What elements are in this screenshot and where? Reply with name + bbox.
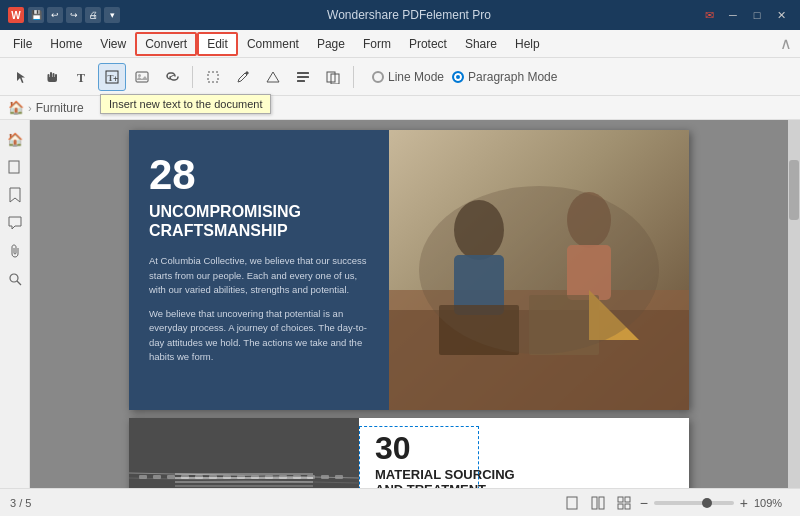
zoom-slider[interactable] [654, 501, 734, 505]
quick-access-toolbar: 💾 ↩ ↪ 🖨 ▾ [28, 7, 120, 23]
shape-btn[interactable] [259, 63, 287, 91]
zoom-level: 109% [754, 497, 790, 509]
content-btn[interactable] [289, 63, 317, 91]
svg-rect-42 [223, 475, 231, 479]
svg-rect-19 [9, 161, 19, 173]
menu-help[interactable]: Help [506, 33, 549, 55]
svg-rect-37 [153, 475, 161, 479]
page1-body: At Columbia Collective, we believe that … [149, 254, 369, 364]
grid-view-btn[interactable] [614, 493, 634, 513]
toolbar-tooltip: Insert new text to the document [100, 94, 271, 114]
page1-para1: At Columbia Collective, we believe that … [149, 254, 369, 297]
page1-title: UNCOMPROMISINGCRAFTSMANSHIP [149, 202, 369, 240]
svg-rect-16 [297, 80, 305, 82]
menu-page[interactable]: Page [308, 33, 354, 55]
paragraph-mode-label[interactable]: Paragraph Mode [452, 70, 557, 84]
window-controls: ✉ ─ □ ✕ [698, 4, 792, 26]
svg-rect-48 [307, 475, 315, 479]
redo-icon[interactable]: ↪ [66, 7, 82, 23]
right-scrollbar[interactable] [788, 120, 800, 488]
line-mode-radio[interactable] [372, 71, 384, 83]
menu-bar-right: ∧ [776, 34, 796, 53]
zoom-plus-btn[interactable]: + [740, 495, 748, 511]
svg-rect-51 [567, 497, 577, 509]
link-btn[interactable] [158, 63, 186, 91]
menu-comment[interactable]: Comment [238, 33, 308, 55]
main-area: 🏠 28 UNCOMPROMISINGCRAFTSMANSHIP At Colu… [0, 120, 800, 488]
menu-bar: File Home View Convert Edit Comment Page… [0, 30, 800, 58]
crop-btn[interactable] [199, 63, 227, 91]
maximize-button[interactable]: □ [746, 4, 768, 26]
svg-rect-47 [293, 475, 301, 479]
menu-share[interactable]: Share [456, 33, 506, 55]
page1-para2: We believe that uncovering that potentia… [149, 307, 369, 364]
svg-rect-24 [389, 310, 689, 410]
svg-rect-45 [265, 475, 273, 479]
line-mode-label[interactable]: Line Mode [372, 70, 444, 84]
select-tool-btn[interactable] [8, 63, 36, 91]
app-title: Wondershare PDFelement Pro [120, 8, 698, 22]
image-btn[interactable] [128, 63, 156, 91]
page-info: 3 / 5 [10, 497, 31, 509]
paragraph-mode-text: Paragraph Mode [468, 70, 557, 84]
svg-point-20 [10, 274, 18, 282]
stitching-image [129, 418, 359, 488]
sidebar-search-icon[interactable] [4, 268, 26, 290]
svg-rect-29 [439, 305, 519, 355]
sidebar-attachment-icon[interactable] [4, 240, 26, 262]
page-area[interactable]: 28 UNCOMPROMISINGCRAFTSMANSHIP At Columb… [30, 120, 788, 488]
undo-icon[interactable]: ↩ [47, 7, 63, 23]
minimize-button[interactable]: ─ [722, 4, 744, 26]
svg-rect-54 [618, 497, 623, 502]
sidebar-pages-icon[interactable] [4, 156, 26, 178]
toolbar-mode: Line Mode Paragraph Mode [372, 70, 557, 84]
status-bar-left: 3 / 5 [10, 497, 31, 509]
insert-text-btn[interactable]: T + [98, 63, 126, 91]
status-bar-right: − + 109% [562, 493, 790, 513]
sidebar-comment-icon[interactable] [4, 212, 26, 234]
close-button[interactable]: ✕ [770, 4, 792, 26]
double-page-view-btn[interactable] [588, 493, 608, 513]
edit2-btn[interactable] [229, 63, 257, 91]
dropdown-icon[interactable]: ▾ [104, 7, 120, 23]
svg-rect-52 [592, 497, 597, 509]
print-icon[interactable]: 🖨 [85, 7, 101, 23]
craftspeople-image [389, 130, 689, 410]
svg-rect-57 [625, 504, 630, 509]
svg-rect-26 [454, 255, 504, 315]
breadcrumb-separator: › [28, 102, 32, 114]
status-bar: 3 / 5 − + 109% [0, 488, 800, 516]
email-icon[interactable]: ✉ [698, 4, 720, 26]
menu-home[interactable]: Home [41, 33, 91, 55]
hand-tool-btn[interactable] [38, 63, 66, 91]
paragraph-mode-radio[interactable] [452, 71, 464, 83]
svg-rect-12 [208, 72, 218, 82]
zoom-minus-btn[interactable]: − [640, 495, 648, 511]
home-breadcrumb-icon[interactable]: 🏠 [8, 100, 24, 115]
menu-form[interactable]: Form [354, 33, 400, 55]
page1-right-panel [389, 130, 689, 410]
menu-view[interactable]: View [91, 33, 135, 55]
svg-rect-56 [618, 504, 623, 509]
svg-rect-53 [599, 497, 604, 509]
svg-rect-40 [195, 475, 203, 479]
collapse-icon[interactable]: ∧ [776, 34, 796, 53]
single-page-view-btn[interactable] [562, 493, 582, 513]
svg-line-11 [170, 75, 174, 77]
svg-rect-39 [181, 475, 189, 479]
menu-file[interactable]: File [4, 33, 41, 55]
svg-rect-15 [297, 76, 309, 78]
toolbar-sep2 [353, 66, 354, 88]
menu-convert[interactable]: Convert [135, 32, 197, 56]
sidebar-home-icon[interactable]: 🏠 [4, 128, 26, 150]
text-edit-btn[interactable]: T [68, 63, 96, 91]
scrollbar-thumb[interactable] [789, 160, 799, 220]
save-icon[interactable]: 💾 [28, 7, 44, 23]
menu-protect[interactable]: Protect [400, 33, 456, 55]
title-bar: W 💾 ↩ ↪ 🖨 ▾ Wondershare PDFelement Pro ✉… [0, 0, 800, 30]
svg-rect-41 [209, 475, 217, 479]
pages-btn[interactable] [319, 63, 347, 91]
zoom-slider-thumb[interactable] [702, 498, 712, 508]
sidebar-bookmark-icon[interactable] [4, 184, 26, 206]
menu-edit[interactable]: Edit [197, 32, 238, 56]
